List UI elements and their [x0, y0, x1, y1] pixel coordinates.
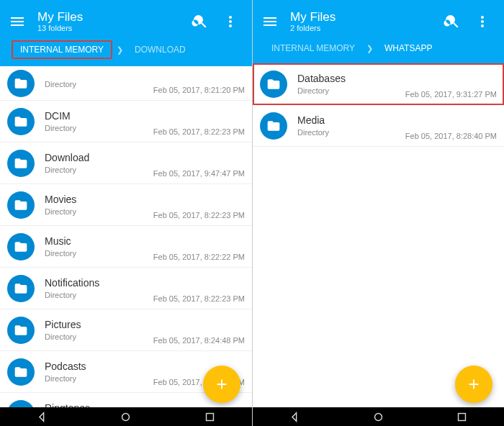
list-item[interactable]: DatabasesDirectoryFeb 05, 2017, 9:31:27 … [253, 63, 504, 105]
item-date: Feb 05, 2017, 8:22:23 PM [153, 127, 245, 136]
svg-point-0 [122, 413, 130, 420]
folder-icon [7, 70, 35, 97]
item-name: Download [45, 152, 153, 164]
folder-icon [7, 358, 35, 386]
item-date: Feb 05, 2017, 8:22:23 PM [153, 294, 245, 303]
breadcrumb-item[interactable]: INTERNAL MEMORY [12, 40, 112, 59]
list-item[interactable]: PicturesDirectoryFeb 05, 2017, 8:24:48 P… [0, 309, 252, 351]
chevron-right-icon: ❯ [366, 44, 373, 53]
svg-point-2 [375, 413, 382, 420]
item-type: Directory [45, 249, 153, 258]
svg-rect-1 [207, 413, 214, 420]
menu-icon[interactable] [261, 13, 279, 30]
search-icon[interactable] [192, 13, 209, 30]
breadcrumb: INTERNAL MEMORY❯DOWNLOAD [9, 36, 243, 66]
item-type: Directory [45, 374, 153, 383]
folder-icon [7, 317, 35, 344]
item-name: Notifications [45, 277, 153, 289]
add-fab-button[interactable] [455, 366, 492, 403]
app-title: My Files [37, 11, 192, 24]
folder-icon [260, 112, 287, 140]
android-navbar [253, 407, 504, 426]
item-type: Directory [297, 128, 405, 137]
android-navbar [0, 407, 252, 426]
item-type: Directory [297, 86, 405, 95]
list-item[interactable]: DirectoryFeb 05, 2017, 8:21:20 PM [0, 66, 252, 101]
home-button[interactable] [372, 411, 384, 423]
item-name: Media [297, 114, 405, 127]
folder-icon [260, 71, 287, 98]
item-date: Feb 05, 2017, 8:22:22 PM [153, 253, 245, 261]
back-button[interactable] [36, 411, 48, 423]
item-type: Directory [45, 291, 153, 299]
svg-rect-3 [459, 413, 466, 420]
menu-icon[interactable] [9, 13, 26, 30]
folder-icon [7, 400, 35, 408]
list-item[interactable]: DCIMDirectoryFeb 05, 2017, 8:22:23 PM [0, 101, 252, 142]
title-block: My Files13 folders [37, 11, 192, 33]
breadcrumb-item[interactable]: INTERNAL MEMORY [264, 40, 362, 56]
folder-count: 13 folders [37, 24, 192, 32]
item-name: DCIM [45, 110, 153, 122]
more-icon[interactable] [222, 13, 239, 30]
item-name: Movies [45, 194, 153, 206]
search-icon[interactable] [444, 13, 461, 30]
item-date: Feb 05, 2017, 9:31:27 PM [405, 90, 497, 99]
item-type: Directory [45, 80, 153, 89]
file-manager-right: My Files2 foldersINTERNAL MEMORY❯WHATSAP… [252, 0, 504, 426]
more-icon[interactable] [474, 13, 491, 30]
list-item[interactable]: MoviesDirectoryFeb 05, 2017, 8:22:23 PM [0, 184, 252, 226]
file-list: DatabasesDirectoryFeb 05, 2017, 9:31:27 … [253, 63, 504, 407]
app-title: My Files [290, 11, 444, 24]
item-name: Ringtones [45, 402, 153, 407]
list-item[interactable]: DownloadDirectoryFeb 05, 2017, 9:47:47 P… [0, 142, 252, 184]
item-type: Directory [45, 332, 153, 341]
folder-count: 2 folders [290, 24, 444, 32]
home-button[interactable] [120, 411, 132, 423]
item-type: Directory [45, 207, 153, 216]
folder-icon [7, 108, 35, 135]
chevron-right-icon: ❯ [117, 45, 123, 55]
appbar: My Files2 foldersINTERNAL MEMORY❯WHATSAP… [253, 0, 504, 63]
appbar: My Files13 foldersINTERNAL MEMORY❯DOWNLO… [0, 0, 252, 66]
folder-icon [7, 150, 35, 177]
list-item[interactable]: MusicDirectoryFeb 05, 2017, 8:22:22 PM [0, 226, 252, 268]
item-date: Feb 05, 2017, 8:28:40 PM [405, 132, 497, 140]
item-name: Podcasts [45, 361, 153, 373]
folder-icon [7, 191, 35, 219]
title-block: My Files2 folders [290, 11, 444, 33]
file-list: DirectoryFeb 05, 2017, 8:21:20 PMDCIMDir… [0, 66, 252, 407]
item-name: Music [45, 235, 153, 248]
item-type: Directory [45, 124, 153, 132]
item-date: Feb 05, 2017, 8:22:23 PM [153, 211, 245, 219]
recent-button[interactable] [456, 411, 468, 423]
folder-icon [7, 275, 35, 302]
breadcrumb-item[interactable]: DOWNLOAD [127, 42, 193, 58]
breadcrumb: INTERNAL MEMORY❯WHATSAPP [261, 36, 495, 63]
item-name: Pictures [45, 319, 153, 331]
back-button[interactable] [289, 411, 301, 423]
item-date: Feb 05, 2017, 9:47:47 PM [153, 169, 245, 178]
file-manager-left: My Files13 foldersINTERNAL MEMORY❯DOWNLO… [0, 0, 252, 426]
breadcrumb-item[interactable]: WHATSAPP [377, 40, 439, 56]
list-item[interactable]: MediaDirectoryFeb 05, 2017, 8:28:40 PM [253, 105, 504, 147]
add-fab-button[interactable] [203, 366, 240, 403]
item-date: Feb 05, 2017, 8:24:48 PM [153, 336, 245, 345]
list-item[interactable]: NotificationsDirectoryFeb 05, 2017, 8:22… [0, 268, 252, 309]
item-date: Feb 05, 2017, 8:21:20 PM [153, 86, 245, 94]
recent-button[interactable] [204, 411, 216, 423]
folder-icon [7, 233, 35, 260]
item-type: Directory [45, 166, 153, 174]
item-name: Databases [297, 73, 405, 85]
